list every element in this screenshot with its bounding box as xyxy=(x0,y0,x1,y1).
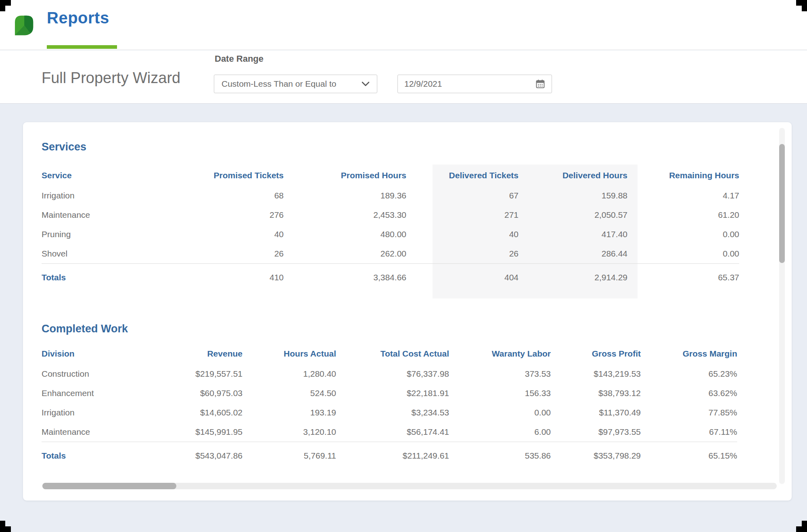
cell-value: 63.62% xyxy=(641,384,737,403)
cell-value: 6.00 xyxy=(449,422,551,442)
crop-mark-top-right xyxy=(796,0,807,11)
column-header: Revenue xyxy=(163,343,243,364)
service-link[interactable]: Shovel xyxy=(42,244,163,263)
cell-value: $145,991.95 xyxy=(163,422,243,442)
column-header: Delivered Hours xyxy=(518,165,627,186)
cell-value: 0.00 xyxy=(627,225,739,244)
vertical-scrollbar-track[interactable] xyxy=(779,128,785,484)
column-header: Remaining Hours xyxy=(627,165,739,186)
report-card: Services Service Promised Tickets Promis… xyxy=(23,122,792,501)
cell-value: 159.88 xyxy=(518,186,627,205)
crop-mark-bottom-right xyxy=(796,521,807,532)
date-input[interactable]: 12/9/2021 xyxy=(397,75,552,93)
active-tab-underline[interactable] xyxy=(47,45,117,49)
report-toolbar: Full Property Wizard Date Range Custom-L… xyxy=(0,50,807,104)
vertical-scrollbar-thumb[interactable] xyxy=(779,144,785,263)
cell-value: 67.11% xyxy=(641,422,737,442)
cell-value: 0.00 xyxy=(449,403,551,422)
service-link[interactable]: Irrigation xyxy=(42,186,163,205)
totals-value: $543,047.86 xyxy=(163,442,243,465)
page-title: Reports xyxy=(47,9,109,27)
cell-value: 262.00 xyxy=(284,244,406,263)
cell-value: 77.85% xyxy=(641,403,737,422)
report-title: Full Property Wizard xyxy=(42,69,180,87)
cell-value: $143,219.53 xyxy=(551,364,641,384)
completed-work-table: Division Revenue Hours Actual Total Cost… xyxy=(42,343,737,465)
division-link[interactable]: Maintenance xyxy=(42,422,163,442)
cell-value: 2,453.30 xyxy=(284,205,406,225)
chevron-down-icon xyxy=(362,81,370,86)
cell-value: 189.36 xyxy=(284,186,406,205)
cell-value: $60,975.03 xyxy=(163,384,243,403)
cell-value: 193.19 xyxy=(243,403,336,422)
totals-value: 65.15% xyxy=(641,442,737,465)
crop-mark-bottom-left xyxy=(0,521,11,532)
date-range-label: Date Range xyxy=(215,54,263,64)
totals-label: Totals xyxy=(42,263,163,287)
cell-value: 26 xyxy=(406,244,518,263)
totals-label: Totals xyxy=(42,442,163,465)
division-link[interactable]: Irrigation xyxy=(42,403,163,422)
column-header: Delivered Tickets xyxy=(406,165,518,186)
table-row: Enhancement $60,975.03 524.50 $22,181.91… xyxy=(42,384,737,403)
cell-value: 524.50 xyxy=(243,384,336,403)
column-header: Gross Margin xyxy=(641,343,737,364)
cell-value: 286.44 xyxy=(518,244,627,263)
division-link[interactable]: Enhancement xyxy=(42,384,163,403)
column-header: Waranty Labor xyxy=(449,343,551,364)
completed-work-header-row: Division Revenue Hours Actual Total Cost… xyxy=(42,343,737,364)
table-row: Construction $219,557.51 1,280.40 $76,33… xyxy=(42,364,737,384)
column-header: Promised Hours xyxy=(284,165,406,186)
cell-value: 40 xyxy=(163,225,284,244)
service-link[interactable]: Pruning xyxy=(42,225,163,244)
totals-value: 535.86 xyxy=(449,442,551,465)
cell-value: $76,337.98 xyxy=(336,364,449,384)
horizontal-scrollbar-track[interactable] xyxy=(42,483,777,489)
cell-value: 156.33 xyxy=(449,384,551,403)
column-header: Gross Profit xyxy=(551,343,641,364)
totals-value: 2,914.29 xyxy=(518,263,627,287)
table-row: Maintenance $145,991.95 3,120.10 $56,174… xyxy=(42,422,737,442)
crop-mark-top-left xyxy=(0,0,11,11)
cell-value: $3,234.53 xyxy=(336,403,449,422)
date-range-select[interactable]: Custom-Less Than or Equal to xyxy=(214,75,377,93)
totals-value: $211,249.61 xyxy=(336,442,449,465)
completed-work-section-title: Completed Work xyxy=(42,323,128,335)
cell-value: $22,181.91 xyxy=(336,384,449,403)
cell-value: 3,120.10 xyxy=(243,422,336,442)
totals-value: 5,769.11 xyxy=(243,442,336,465)
cell-value: 480.00 xyxy=(284,225,406,244)
totals-value: $353,798.29 xyxy=(551,442,641,465)
cell-value: 40 xyxy=(406,225,518,244)
totals-value: 404 xyxy=(406,263,518,287)
cell-value: $219,557.51 xyxy=(163,364,243,384)
cell-value: $38,793.12 xyxy=(551,384,641,403)
cell-value: 26 xyxy=(163,244,284,263)
cell-value: 61.20 xyxy=(627,205,739,225)
service-link[interactable]: Maintenance xyxy=(42,205,163,225)
table-row: Irrigation $14,605.02 193.19 $3,234.53 0… xyxy=(42,403,737,422)
date-range-selected-value: Custom-Less Than or Equal to xyxy=(222,79,336,89)
services-table: Service Promised Tickets Promised Hours … xyxy=(42,165,739,287)
cell-value: 271 xyxy=(406,205,518,225)
totals-value: 3,384.66 xyxy=(284,263,406,287)
cell-value: 1,280.40 xyxy=(243,364,336,384)
table-row: Shovel 26 262.00 26 286.44 0.00 xyxy=(42,244,739,263)
column-header: Division xyxy=(42,343,163,364)
column-header: Service xyxy=(42,165,163,186)
table-row: Pruning 40 480.00 40 417.40 0.00 xyxy=(42,225,739,244)
services-section-title: Services xyxy=(42,141,86,153)
horizontal-scrollbar-thumb[interactable] xyxy=(42,483,176,489)
totals-value: 65.37 xyxy=(627,263,739,287)
leaf-logo-icon xyxy=(12,14,36,37)
cell-value: 417.40 xyxy=(518,225,627,244)
date-input-value: 12/9/2021 xyxy=(404,79,442,89)
division-link[interactable]: Construction xyxy=(42,364,163,384)
cell-value: $14,605.02 xyxy=(163,403,243,422)
column-header: Hours Actual xyxy=(243,343,336,364)
cell-value: $11,370.49 xyxy=(551,403,641,422)
services-totals-row: Totals 410 3,384.66 404 2,914.29 65.37 xyxy=(42,263,739,287)
services-header-row: Service Promised Tickets Promised Hours … xyxy=(42,165,739,186)
cell-value: 65.23% xyxy=(641,364,737,384)
calendar-icon[interactable] xyxy=(535,79,545,89)
